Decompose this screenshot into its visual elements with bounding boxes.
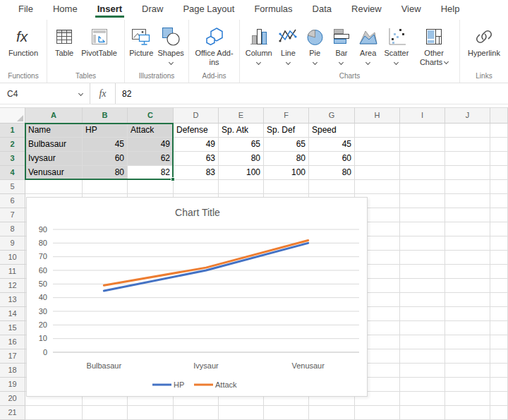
cell-F2[interactable]: 65 — [264, 138, 309, 152]
cell-x15[interactable] — [490, 321, 508, 335]
cell-D3[interactable]: 63 — [174, 152, 219, 166]
cell-x5[interactable] — [490, 180, 508, 194]
cell-G1[interactable]: Speed — [309, 124, 355, 138]
cell-G21[interactable] — [309, 406, 355, 420]
row-header-15[interactable]: 15 — [0, 321, 25, 335]
cell-B1[interactable]: HP — [83, 124, 128, 138]
tab-review[interactable]: Review — [341, 0, 392, 20]
cell-E2[interactable]: 65 — [219, 138, 264, 152]
cell-A2[interactable]: Bulbasaur — [25, 138, 83, 152]
tab-file[interactable]: File — [8, 0, 43, 20]
cell-J16[interactable] — [445, 335, 490, 349]
row-header-10[interactable]: 10 — [0, 251, 25, 265]
cell-I2[interactable] — [400, 138, 445, 152]
cell-x21[interactable] — [490, 406, 508, 420]
cell-x4[interactable] — [490, 166, 508, 180]
cell-x18[interactable] — [490, 364, 508, 378]
cell-x17[interactable] — [490, 349, 508, 364]
bar-button[interactable]: Bar — [331, 25, 352, 64]
cell-F21[interactable] — [264, 406, 309, 420]
cell-J6[interactable] — [445, 194, 490, 208]
cell-D5[interactable] — [174, 180, 219, 194]
cell-I8[interactable] — [400, 222, 445, 236]
column-header-e[interactable]: E — [219, 107, 264, 124]
cell-J1[interactable] — [445, 124, 490, 138]
line-button[interactable]: Line — [277, 25, 298, 64]
column-header-d[interactable]: D — [174, 107, 219, 124]
row-header-7[interactable]: 7 — [0, 208, 25, 222]
cell-E3[interactable]: 80 — [219, 152, 264, 166]
cell-J17[interactable] — [445, 349, 490, 364]
cell-A1[interactable]: Name — [25, 124, 83, 138]
row-header-18[interactable]: 18 — [0, 364, 25, 378]
row-header-20[interactable]: 20 — [0, 392, 25, 406]
cell-I18[interactable] — [400, 364, 445, 378]
shapes-button[interactable]: Shapes — [158, 25, 184, 64]
cell-B2[interactable]: 45 — [83, 138, 128, 152]
column-header-partial[interactable] — [490, 107, 508, 124]
office-add-ins-button[interactable]: Office Add-ins — [195, 25, 234, 67]
cell-I21[interactable] — [400, 406, 445, 420]
tab-formulas[interactable]: Formulas — [244, 0, 302, 20]
row-header-1[interactable]: 1 — [0, 124, 25, 138]
cell-F3[interactable]: 80 — [264, 152, 309, 166]
cell-F1[interactable]: Sp. Def — [264, 124, 309, 138]
row-header-17[interactable]: 17 — [0, 349, 25, 364]
cell-I17[interactable] — [400, 349, 445, 364]
cell-F5[interactable] — [264, 180, 309, 194]
cell-J21[interactable] — [445, 406, 490, 420]
cell-I13[interactable] — [400, 293, 445, 307]
cell-x20[interactable] — [490, 392, 508, 406]
cell-A3[interactable]: Ivysaur — [25, 152, 83, 166]
cell-I20[interactable] — [400, 392, 445, 406]
cell-H2[interactable] — [355, 138, 400, 152]
formula-input[interactable] — [116, 83, 508, 104]
cell-B21[interactable] — [83, 406, 128, 420]
cell-J14[interactable] — [445, 307, 490, 321]
tab-view[interactable]: View — [392, 0, 431, 20]
cell-x2[interactable] — [490, 138, 508, 152]
cell-A21[interactable] — [25, 406, 83, 420]
cell-x16[interactable] — [490, 335, 508, 349]
scatter-button[interactable]: Scatter — [385, 25, 409, 64]
cell-x1[interactable] — [490, 124, 508, 138]
cell-I7[interactable] — [400, 208, 445, 222]
cell-C4[interactable]: 82 — [128, 166, 174, 180]
column-header-c[interactable]: C — [128, 107, 174, 124]
select-all-corner[interactable] — [0, 107, 25, 124]
cell-E5[interactable] — [219, 180, 264, 194]
table-button[interactable]: Table — [54, 25, 74, 58]
row-header-4[interactable]: 4 — [0, 166, 25, 180]
cell-J8[interactable] — [445, 222, 490, 236]
row-header-14[interactable]: 14 — [0, 307, 25, 321]
cell-D4[interactable]: 83 — [174, 166, 219, 180]
pivottable-button[interactable]: PivotTable — [81, 25, 117, 58]
tab-draw[interactable]: Draw — [132, 0, 173, 20]
cell-E1[interactable]: Sp. Atk — [219, 124, 264, 138]
cell-x12[interactable] — [490, 279, 508, 293]
cell-H3[interactable] — [355, 152, 400, 166]
row-header-19[interactable]: 19 — [0, 378, 25, 392]
column-header-b[interactable]: B — [83, 107, 128, 124]
column-header-h[interactable]: H — [355, 107, 400, 124]
row-header-8[interactable]: 8 — [0, 222, 25, 236]
cell-J15[interactable] — [445, 321, 490, 335]
cell-x7[interactable] — [490, 208, 508, 222]
cell-x11[interactable] — [490, 265, 508, 279]
cell-E21[interactable] — [219, 406, 264, 420]
cell-I11[interactable] — [400, 265, 445, 279]
cell-J11[interactable] — [445, 265, 490, 279]
cell-I4[interactable] — [400, 166, 445, 180]
cell-G2[interactable]: 45 — [309, 138, 355, 152]
tab-page-layout[interactable]: Page Layout — [173, 0, 244, 20]
cell-I14[interactable] — [400, 307, 445, 321]
row-header-5[interactable]: 5 — [0, 180, 25, 194]
cell-D21[interactable] — [174, 406, 219, 420]
cell-I1[interactable] — [400, 124, 445, 138]
cell-D1[interactable]: Defense — [174, 124, 219, 138]
row-header-13[interactable]: 13 — [0, 293, 25, 307]
cell-G5[interactable] — [309, 180, 355, 194]
cell-B5[interactable] — [83, 180, 128, 194]
cell-x19[interactable] — [490, 378, 508, 392]
cell-J12[interactable] — [445, 279, 490, 293]
